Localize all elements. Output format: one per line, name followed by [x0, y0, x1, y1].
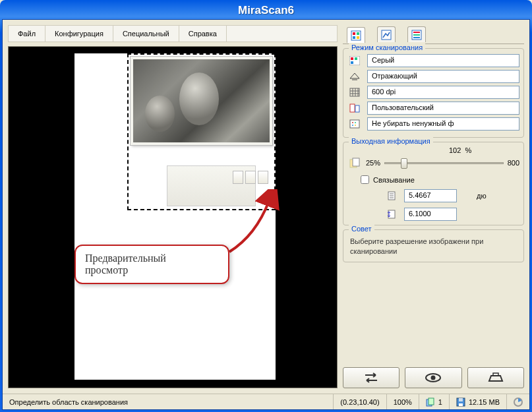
unit-label: дю	[477, 192, 487, 200]
callout-line2: просмотр	[85, 264, 219, 276]
status-zoom: 100%	[386, 394, 419, 409]
svg-point-20	[352, 125, 353, 126]
tab-batch[interactable]	[407, 26, 426, 42]
size-icon	[347, 102, 362, 114]
menubar: Файл Конфигурация Специальный Справка	[8, 25, 338, 42]
svg-rect-13	[351, 61, 353, 64]
scanned-photo	[131, 57, 272, 145]
height-field[interactable]: 6.1000	[404, 208, 457, 221]
source-select[interactable]: Отражающий	[367, 70, 519, 83]
tab-adjust[interactable]	[377, 26, 396, 42]
progress-icon	[514, 397, 523, 407]
width-field[interactable]: 5.4667	[404, 189, 457, 202]
size-select[interactable]: Пользовательский	[367, 102, 519, 115]
titlebar[interactable]: MiraScan6	[2, 2, 530, 19]
svg-rect-8	[413, 34, 420, 36]
callout-line1: Предварительный	[85, 252, 219, 264]
svg-rect-23	[353, 158, 359, 166]
settings-tabs	[343, 25, 524, 44]
status-hint: Определить область сканирования	[3, 394, 333, 409]
svg-rect-11	[351, 57, 353, 60]
tab-adjust-icon	[381, 30, 392, 40]
svg-rect-30	[429, 398, 434, 405]
statusbar: Определить область сканирования (0.23,10…	[3, 394, 529, 409]
tip-legend: Совет	[349, 225, 374, 233]
swap-button[interactable]	[343, 367, 399, 388]
thumbnail-strip	[233, 171, 268, 184]
scanner-icon	[487, 372, 505, 384]
preview-button[interactable]	[405, 367, 461, 388]
height-icon	[384, 208, 399, 220]
svg-rect-2	[357, 32, 359, 35]
resolution-icon	[347, 86, 362, 98]
tab-main[interactable]	[347, 27, 365, 43]
scale-max-label: 800	[508, 159, 519, 167]
status-memory: 12.15 MB	[449, 394, 506, 409]
scan-button[interactable]	[467, 367, 524, 388]
color-mode-icon	[347, 55, 362, 67]
resolution-select[interactable]: 600 dpi	[367, 86, 519, 99]
svg-rect-3	[353, 36, 355, 39]
status-progress	[506, 394, 529, 409]
output-group: Выходная информация 102 % 25% 800	[343, 142, 524, 225]
svg-rect-32	[459, 398, 463, 401]
width-icon	[384, 190, 399, 202]
svg-rect-33	[459, 403, 463, 406]
tip-group: Совет Выберите разрешение изображени при…	[343, 229, 524, 262]
disk-icon	[456, 397, 465, 407]
scan-mode-group: Режим сканирования Серый Отражающий 600 …	[343, 48, 524, 138]
svg-point-27	[431, 376, 436, 380]
scale-min-label: 25%	[366, 159, 380, 167]
descreen-select[interactable]: Не убирать ненужный ф	[367, 117, 519, 131]
scale-icon	[347, 157, 362, 169]
annotation-callout: Предварительный просмотр	[74, 245, 229, 284]
svg-rect-7	[413, 32, 420, 33]
svg-point-19	[355, 122, 356, 123]
svg-rect-15	[350, 104, 355, 112]
pages-icon	[426, 397, 435, 407]
window-title: MiraScan6	[238, 4, 294, 17]
svg-point-18	[352, 122, 353, 123]
scale-slider[interactable]	[384, 157, 504, 169]
source-icon	[347, 71, 362, 82]
svg-rect-1	[353, 32, 355, 35]
svg-rect-17	[350, 120, 359, 128]
link-label: Связывание	[373, 176, 415, 184]
menu-help[interactable]: Справка	[179, 26, 227, 42]
descreen-icon	[347, 118, 362, 130]
scan-mode-legend: Режим сканирования	[349, 44, 425, 51]
tip-text: Выберите разрешение изображени при скани…	[347, 235, 519, 258]
scale-value: 102 %	[449, 146, 471, 154]
swap-icon	[363, 372, 380, 384]
status-pages: 1	[419, 394, 449, 409]
eye-icon	[424, 372, 442, 384]
action-buttons	[343, 363, 524, 388]
preview-area[interactable]: Предварительный просмотр	[8, 46, 338, 388]
svg-rect-9	[413, 37, 420, 38]
tab-batch-icon	[411, 30, 422, 40]
status-coords: (0.23,10.40)	[333, 394, 386, 409]
link-checkbox[interactable]	[361, 175, 369, 184]
tab-main-icon	[351, 30, 361, 41]
svg-rect-12	[355, 57, 357, 60]
svg-rect-28	[493, 373, 498, 376]
menu-config[interactable]: Конфигурация	[45, 26, 113, 42]
menu-special[interactable]: Специальный	[113, 26, 179, 42]
svg-rect-4	[357, 36, 359, 39]
svg-point-21	[355, 125, 356, 126]
color-mode-select[interactable]: Серый	[367, 54, 519, 67]
output-legend: Выходная информация	[349, 137, 433, 145]
svg-rect-16	[355, 105, 359, 112]
menu-file[interactable]: Файл	[9, 26, 45, 42]
